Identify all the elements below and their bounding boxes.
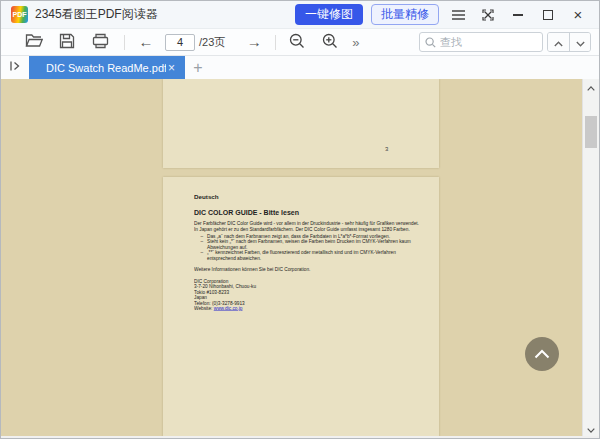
batch-retouch-button[interactable]: 批量精修	[371, 4, 439, 25]
scroll-down-button[interactable]	[583, 421, 599, 436]
expand-arrows-icon	[482, 9, 494, 21]
zoom-out-button[interactable]	[286, 31, 308, 53]
doc-intro-paragraph: Der Farbfächer DIC Color Guide wird - vo…	[194, 221, 424, 232]
minimize-button[interactable]	[507, 4, 529, 26]
app-window: PDF 2345看图王PDF阅读器 一键修图 批量精修	[0, 0, 600, 439]
zoom-in-button[interactable]	[319, 31, 341, 53]
doc-language-heading: Deutsch	[194, 194, 424, 201]
tab-bar: DIC Swatch ReadMe.pdf × +	[1, 56, 599, 79]
magnifier-minus-icon	[289, 33, 305, 52]
fullscreen-button[interactable]	[477, 4, 499, 26]
find-next-button[interactable]	[569, 33, 590, 51]
website-line: Website: www.dic.co.jp	[194, 306, 424, 312]
find-previous-button[interactable]	[548, 33, 569, 51]
bullet-dash: –	[194, 239, 207, 250]
hamburger-icon	[452, 10, 465, 20]
scroll-down-icon	[587, 421, 595, 436]
close-icon: ×	[574, 7, 583, 22]
search-input[interactable]	[440, 36, 537, 48]
chevron-up-icon	[554, 35, 563, 50]
close-button[interactable]: ×	[567, 4, 589, 26]
pdf-page-3: 3	[163, 79, 439, 168]
print-button[interactable]	[89, 31, 111, 53]
page-3-number: 3	[385, 146, 388, 152]
toolbar-divider	[124, 35, 125, 50]
pdf-page-4: Deutsch DIC COLOR GUIDE - Bitte lesen De…	[163, 177, 439, 438]
magnifier-plus-icon	[322, 33, 338, 52]
pdf-page-4-text: Deutsch DIC COLOR GUIDE - Bitte lesen De…	[194, 194, 424, 311]
back-to-top-button[interactable]	[525, 337, 559, 371]
printer-icon	[92, 33, 109, 52]
next-page-button[interactable]: →	[243, 31, 265, 53]
open-file-button[interactable]	[23, 31, 45, 53]
save-button[interactable]	[56, 31, 78, 53]
sidebar-toggle-button[interactable]	[1, 56, 29, 79]
new-tab-button[interactable]: +	[185, 56, 211, 79]
page-total-label: /23页	[199, 35, 225, 50]
one-click-retouch-button[interactable]: 一键修图	[295, 4, 363, 25]
document-viewport: 3 Deutsch DIC COLOR GUIDE - Bitte lesen …	[1, 79, 599, 438]
bullet-line: entsprechend abweichen.	[207, 255, 396, 261]
website-link[interactable]: www.dic.co.jp	[214, 306, 243, 312]
vertical-scrollbar[interactable]	[582, 79, 599, 436]
titlebar-actions: 一键修图 批量精修	[295, 4, 589, 26]
scrollbar-thumb[interactable]	[585, 116, 597, 148]
scroll-up-button[interactable]	[583, 79, 599, 94]
chevron-down-icon	[576, 35, 585, 50]
toolbar-divider	[275, 35, 276, 50]
toolbar: ← /23页 → »	[1, 29, 599, 56]
doc-title-heading: DIC COLOR GUIDE - Bitte lesen	[194, 209, 424, 216]
website-label: Website:	[194, 306, 214, 312]
prev-page-button[interactable]: ←	[135, 31, 157, 53]
find-nav-group	[547, 32, 591, 52]
app-title: 2345看图王PDF阅读器	[35, 6, 158, 23]
panel-expand-icon	[9, 60, 21, 75]
tab-dic-swatch-readme[interactable]: DIC Swatch ReadMe.pdf ×	[29, 56, 185, 79]
search-icon	[425, 37, 436, 48]
title-bar: PDF 2345看图王PDF阅读器 一键修图 批量精修	[1, 1, 599, 29]
arrow-up-icon	[534, 347, 550, 362]
doc-info-line: Weitere Informationen können Sie bei DIC…	[194, 267, 424, 273]
tab-title: DIC Swatch ReadMe.pdf	[46, 62, 166, 74]
find-bar	[419, 32, 591, 52]
doc-bullet-list: – Das „a“ nach dem Farbnamen zeigt an, d…	[194, 233, 424, 261]
tab-close-icon[interactable]: ×	[166, 61, 177, 75]
page-number-input[interactable]	[165, 34, 195, 51]
bullet-dash: –	[194, 250, 207, 261]
search-box	[419, 32, 543, 52]
more-tools-button[interactable]: »	[352, 35, 359, 50]
bullet-item: – Steht kein „*“ nach dem Farbnamen, wei…	[194, 239, 424, 250]
scroll-up-icon	[587, 79, 595, 94]
paragraph-line: In Japan gehört er zu den Standardfarbfä…	[194, 226, 424, 232]
app-logo-icon: PDF	[11, 6, 28, 23]
save-icon	[59, 33, 75, 52]
bullet-item: – „**“ kennzeichnet Farben, die fluoresz…	[194, 250, 424, 261]
maximize-icon	[543, 10, 553, 20]
doc-address-block: DIC Corporation 3-7-20 Nihonbashi, Chuou…	[194, 278, 424, 311]
folder-open-icon	[25, 33, 43, 51]
menu-button[interactable]	[447, 4, 469, 26]
maximize-button[interactable]	[537, 4, 559, 26]
minimize-icon	[513, 14, 523, 16]
